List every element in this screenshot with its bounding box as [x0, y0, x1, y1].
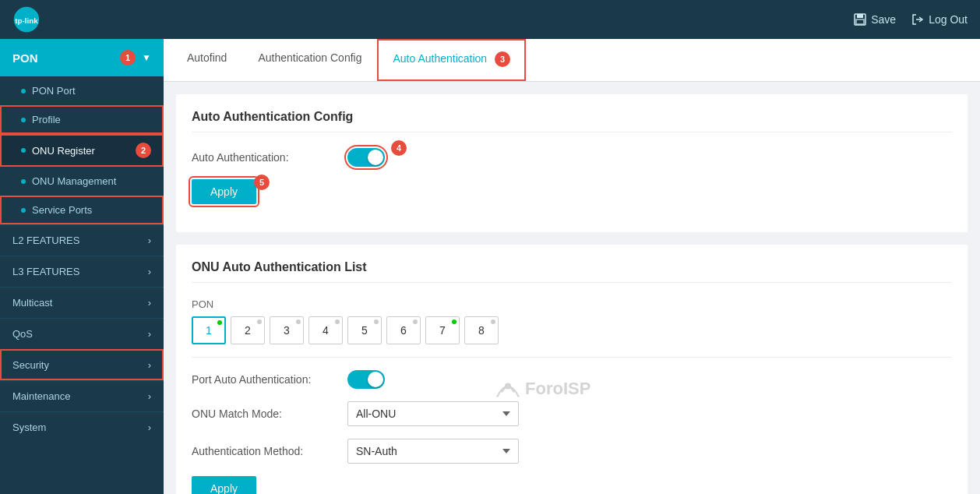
sidebar-section-multicast[interactable]: Multicast › — [0, 287, 164, 318]
pon-port-1[interactable]: 1 — [192, 316, 226, 344]
port-8-dot — [491, 319, 495, 324]
sidebar-item-pon-port[interactable]: PON Port — [0, 76, 164, 105]
sidebar-item-service-ports[interactable]: Service Ports — [0, 196, 164, 224]
port-auto-auth-label: Port Auto Authentication: — [192, 373, 347, 386]
auto-auth-apply-button[interactable]: Apply — [192, 179, 256, 204]
logo-area: tp-link — [12, 5, 41, 34]
pon-port-3[interactable]: 3 — [270, 316, 304, 344]
pon-port-7[interactable]: 7 — [425, 316, 460, 344]
pon-ports-list: 1 2 3 4 — [192, 316, 952, 344]
multicast-arrow-icon: › — [148, 297, 151, 309]
auth-method-label: Authentication Method: — [192, 445, 347, 457]
chevron-down-icon: ▼ — [142, 52, 151, 63]
auto-auth-form-label: Auto Authentication: — [192, 151, 347, 164]
logout-icon — [911, 13, 924, 26]
security-label: Security — [12, 359, 49, 371]
sidebar-section-l3[interactable]: L3 FEATURES › — [0, 256, 164, 287]
port-3-dot — [296, 319, 301, 324]
system-label: System — [12, 422, 46, 433]
auto-auth-toggle[interactable] — [347, 148, 385, 167]
svg-text:tp-link: tp-link — [15, 16, 38, 25]
pon-port-5[interactable]: 5 — [347, 316, 382, 344]
sidebar-item-onu-register-label: ONU Register — [32, 145, 95, 157]
auth-method-row: Authentication Method: SN-Auth Password-… — [192, 439, 952, 464]
tab-autofind-label: Autofind — [187, 51, 227, 64]
l2-label: L2 FEATURES — [12, 235, 79, 246]
onu-list-section: ForoISP ONU Auto Authentication List PON… — [176, 245, 968, 494]
port-auto-auth-row: Port Auto Authentication: — [192, 370, 952, 389]
l3-arrow-icon: › — [148, 266, 151, 277]
onu-list-apply-button[interactable]: Apply — [192, 476, 256, 494]
dot-icon — [21, 208, 26, 213]
sidebar-item-onu-management-label: ONU Management — [32, 175, 116, 187]
sidebar-section-maintenance[interactable]: Maintenance › — [0, 380, 164, 411]
auto-auth-row: Auto Authentication: 4 — [192, 148, 952, 167]
sidebar-section-security[interactable]: Security › — [0, 349, 164, 380]
sidebar: PON 1 ▼ PON Port Profile ONU Register — [0, 39, 164, 494]
sidebar-item-onu-management[interactable]: ONU Management — [0, 167, 164, 196]
tp-link-logo-icon: tp-link — [12, 5, 41, 34]
logout-label: Log Out — [929, 13, 968, 26]
system-arrow-icon: › — [148, 422, 151, 433]
security-arrow-icon: › — [148, 359, 151, 371]
pon-label: PON — [12, 51, 38, 65]
sidebar-section-qos[interactable]: QoS › — [0, 318, 164, 349]
toggle-badge: 4 — [391, 140, 407, 156]
pon-submenu: PON Port Profile ONU Register 2 ONU Mana… — [0, 76, 164, 224]
sidebar-item-onu-register[interactable]: ONU Register 2 — [0, 134, 164, 167]
svg-rect-3 — [857, 14, 863, 18]
port-1-dot — [217, 320, 222, 325]
pon-badge: 1 — [120, 50, 136, 65]
tab-auto-auth-label: Auto Authentication — [393, 52, 487, 65]
multicast-label: Multicast — [12, 297, 52, 309]
page-content: Auto Authentication Config Auto Authenti… — [164, 94, 980, 494]
sidebar-pon-header[interactable]: PON 1 ▼ — [0, 39, 164, 76]
svg-rect-4 — [856, 19, 864, 24]
l2-arrow-icon: › — [148, 235, 151, 246]
port-auto-auth-toggle[interactable] — [347, 370, 385, 389]
sidebar-item-service-ports-label: Service Ports — [32, 204, 92, 216]
divider — [192, 357, 952, 358]
dot-icon — [21, 179, 26, 184]
dot-icon — [21, 148, 26, 153]
auto-auth-toggle-wrapper: 4 — [347, 148, 385, 167]
header-actions: Save Log Out — [854, 13, 968, 26]
sidebar-item-pon-port-label: PON Port — [32, 85, 76, 97]
auto-auth-badge: 3 — [495, 51, 510, 67]
qos-label: QoS — [12, 328, 33, 340]
tab-autofind[interactable]: Autofind — [171, 39, 242, 81]
onu-match-mode-row: ONU Match Mode: All-ONU Manual — [192, 401, 952, 426]
dot-icon — [21, 89, 26, 94]
sidebar-item-profile-label: Profile — [32, 114, 61, 125]
auth-method-select[interactable]: SN-Auth Password-Auth SN+Password — [347, 439, 519, 464]
sidebar-section-l2[interactable]: L2 FEATURES › — [0, 224, 164, 256]
auto-auth-apply-row: Apply 5 — [192, 179, 952, 204]
l3-label: L3 FEATURES — [12, 266, 79, 277]
pon-port-6[interactable]: 6 — [386, 316, 421, 344]
logout-button[interactable]: Log Out — [911, 13, 968, 26]
pon-port-2[interactable]: 2 — [231, 316, 265, 344]
save-icon — [854, 13, 866, 26]
tabs-bar: Autofind Authentication Config Auto Auth… — [164, 39, 980, 82]
main-layout: PON 1 ▼ PON Port Profile ONU Register — [0, 39, 980, 494]
pon-port-8[interactable]: 8 — [464, 316, 499, 344]
dot-icon — [21, 118, 26, 122]
onu-list-apply-row: Apply — [192, 476, 952, 494]
apply-badge: 5 — [254, 175, 270, 190]
save-button[interactable]: Save — [854, 13, 896, 26]
port-5-dot — [374, 319, 379, 324]
sidebar-section-system[interactable]: System › — [0, 411, 164, 443]
pon-port-label: PON — [192, 298, 952, 310]
sidebar-item-profile[interactable]: Profile — [0, 105, 164, 134]
maintenance-label: Maintenance — [12, 390, 70, 402]
tab-auth-config-label: Authentication Config — [258, 51, 361, 64]
toggle-thumb — [368, 150, 383, 165]
onu-match-select[interactable]: All-ONU Manual — [347, 401, 519, 426]
auto-auth-config-section: Auto Authentication Config Auto Authenti… — [176, 94, 968, 232]
onu-match-label: ONU Match Mode: — [192, 408, 347, 420]
pon-port-4[interactable]: 4 — [308, 316, 343, 344]
port-4-dot — [335, 319, 340, 324]
tab-auth-config[interactable]: Authentication Config — [242, 39, 377, 81]
save-label: Save — [871, 13, 896, 26]
tab-auto-auth[interactable]: Auto Authentication 3 — [377, 39, 526, 81]
